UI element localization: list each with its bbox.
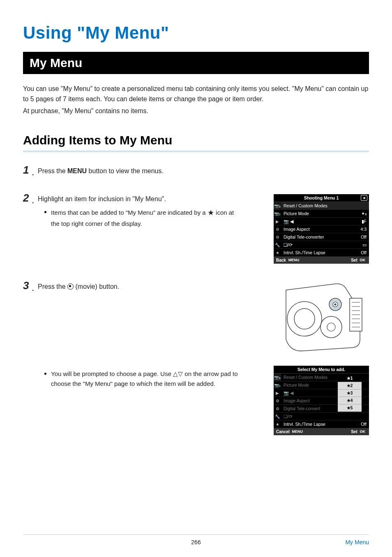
tab-icon: ⚙ (274, 405, 281, 413)
record-movie-button-icon (67, 283, 74, 290)
menu-title: Shooting Menu 1 (304, 195, 339, 200)
selector-option: ★1 (338, 375, 362, 382)
menu-row: Reset / Custom Modes (281, 202, 369, 210)
menu-row: Intrvl. Sh./Time LapseOff (281, 420, 369, 428)
menu-title: Select My Menu to add. (297, 367, 345, 372)
tab-icon: 📷₂ (274, 381, 281, 389)
menu-row: Digital Tele-converterOff (281, 233, 369, 241)
star-icon: ★ (208, 209, 214, 217)
selector-option: ★2 (338, 382, 362, 390)
tab-icon: ⚙ (274, 225, 281, 233)
camera-illustration (274, 282, 369, 352)
up-down-arrow-icon: △▽ (173, 370, 183, 377)
step-number: 1 (23, 164, 29, 176)
set-label: Set (351, 258, 357, 262)
tab-icon: ★ (274, 420, 281, 428)
tab-icon: 📷₁ (274, 374, 281, 381)
step-text: (movie) button. (74, 283, 119, 290)
step-text: button to view the menus. (87, 167, 164, 174)
step-number: 3 (23, 279, 29, 292)
step-3: 3. Press the (movie) button. (23, 282, 369, 435)
svg-point-11 (327, 323, 335, 331)
menu-button-badge: MENU (291, 429, 304, 434)
menu-row: Intrvl. Sh./Time LapseOff (281, 249, 369, 257)
ok-button-badge: OK (359, 258, 367, 262)
selector-option: ★3 (338, 390, 362, 397)
menu-tab-strip: 📷₁ 📷₂ ▶ ⚙ ⚙ 🔧 ★ (274, 202, 281, 257)
tab-icon: ⚙ (274, 233, 281, 241)
menu-row: ❑/⟳ (281, 413, 369, 420)
intro-paragraph-2: At purchase, "My Menu" contains no items… (23, 106, 369, 116)
intro-paragraph-1: You can use "My Menu" to create a person… (23, 84, 369, 104)
step-bullet: Items that can be added to "My Menu" are… (44, 207, 240, 228)
svg-point-13 (334, 304, 337, 306)
camera-menu-screenshot-1: Shooting Menu 1 ★ 📷₁ 📷₂ ▶ ⚙ ⚙ 🔧 (274, 194, 369, 264)
menu-button-label: MENU (67, 167, 87, 174)
cancel-label: Cancel (276, 429, 290, 434)
tab-icon: ★ (274, 249, 281, 257)
menu-row: Picture Mode✦₃ (281, 210, 369, 218)
bullet-text: Items that can be added to "My Menu" are… (51, 209, 208, 216)
subsection-heading: Adding Items to My Menu (23, 133, 369, 152)
footer-link[interactable]: My Menu (345, 539, 369, 545)
menu-button-badge: MENU (287, 258, 301, 262)
menu-row: Image Aspect4:3 (281, 225, 369, 233)
camera-menu-screenshot-2: Select My Menu to add. 📷₁ 📷₂ ▶ ⚙ ⚙ 🔧 ★ (274, 366, 369, 435)
my-menu-page-selector: ★1 ★2 ★3 ★4 ★5 (338, 375, 362, 412)
step-number: 2 (23, 192, 29, 204)
menu-row: 📷 ◀▮F (281, 218, 369, 225)
back-label: Back (276, 258, 286, 262)
selector-option: ★5 (338, 404, 362, 412)
tab-icon: 🔧 (274, 413, 281, 420)
bullet-text: You will be prompted to choose a page. U… (51, 370, 173, 377)
step-text: Press the (38, 167, 67, 174)
page-footer: 266 My Menu (23, 534, 369, 545)
tab-icon: 🔧 (274, 241, 281, 249)
tab-icon: ▶ (274, 218, 281, 225)
section-heading: My Menu (23, 52, 369, 74)
tab-icon: ⚙ (274, 397, 281, 405)
step-bullet: You will be prompted to choose a page. U… (44, 369, 240, 388)
chapter-title: Using "My Menu" (23, 23, 369, 43)
page-number: 266 (191, 539, 201, 545)
set-label: Set (351, 429, 357, 434)
menu-row: ❑/⟳▭ (281, 241, 369, 249)
step-text: Highlight an item for inclusion in "My M… (38, 194, 265, 204)
menu-tab-strip: 📷₁ 📷₂ ▶ ⚙ ⚙ 🔧 ★ (274, 374, 281, 428)
my-menu-indicator-icon: ★ (361, 195, 367, 201)
tab-icon: 📷₁ (274, 202, 281, 210)
step-text: Press the (38, 283, 67, 290)
ok-button-badge: OK (359, 429, 367, 434)
tab-icon: ▶ (274, 389, 281, 397)
step-2: 2. Highlight an item for inclusion in "M… (23, 194, 369, 264)
tab-icon: 📷₂ (274, 210, 281, 218)
svg-point-9 (294, 309, 315, 329)
step-1: 1. Press the MENU button to view the men… (23, 166, 369, 176)
selector-option: ★4 (338, 397, 362, 404)
